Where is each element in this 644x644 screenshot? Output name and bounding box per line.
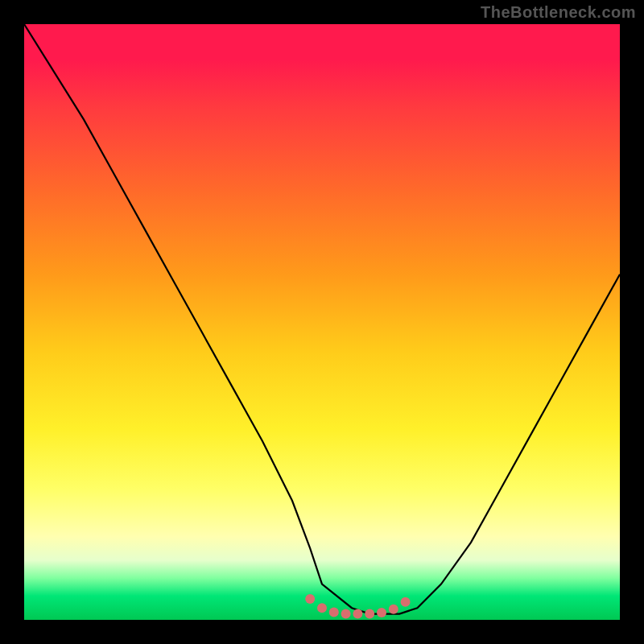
valley-dot xyxy=(389,605,398,614)
valley-dot xyxy=(365,609,374,619)
bottleneck-curve xyxy=(24,24,620,614)
valley-dot xyxy=(353,609,362,619)
valley-dot xyxy=(341,609,351,619)
watermark-text: TheBottleneck.com xyxy=(481,3,636,22)
valley-markers xyxy=(305,594,410,619)
valley-dot xyxy=(317,603,327,613)
valley-dot xyxy=(329,607,339,617)
chart-frame: TheBottleneck.com xyxy=(0,0,644,644)
plot-area xyxy=(24,24,620,620)
valley-dot xyxy=(305,594,315,604)
valley-dot xyxy=(401,597,411,607)
chart-svg xyxy=(24,24,620,620)
valley-dot xyxy=(377,608,386,617)
